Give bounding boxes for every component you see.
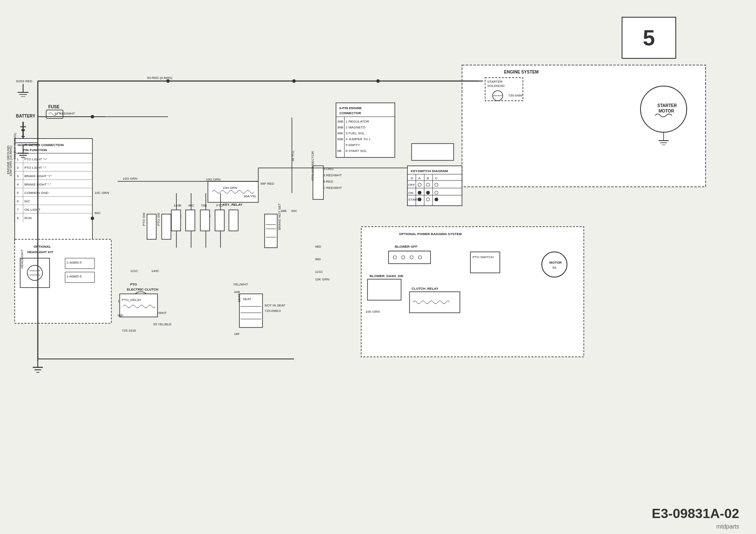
- svg-text:FUSE: FUSE: [48, 105, 60, 109]
- svg-text:97 RED/WHT: 97 RED/WHT: [55, 112, 75, 115]
- svg-text:2 MAGNETO: 2 MAGNETO: [346, 126, 365, 129]
- svg-text:131 BLK (8 AWG): 131 BLK (8 AWG): [13, 133, 17, 160]
- svg-point-170: [542, 252, 567, 277]
- svg-text:STARTER: STARTER: [487, 80, 503, 84]
- svg-text:38B: 38B: [281, 209, 286, 213]
- svg-text:121C: 121C: [130, 269, 138, 273]
- svg-text:6-PIN ENGINE: 6-PIN ENGINE: [339, 106, 362, 110]
- svg-text:1-40865-5: 1-40865-5: [66, 275, 82, 278]
- svg-text:40C: 40C: [188, 204, 194, 207]
- svg-text:PTO SW: PTO SW: [157, 212, 160, 226]
- svg-text:PTO: PTO: [130, 283, 137, 286]
- svg-text:1 REGULATOR: 1 REGULATOR: [346, 120, 369, 123]
- svg-rect-103: [412, 144, 454, 160]
- svg-text:ENGINE GROUND: ENGINE GROUND: [6, 145, 10, 174]
- wiring-diagram-svg: ENGINE SYSTEM STARTER SOLENOID 730-0469 …: [0, 0, 756, 534]
- svg-point-91: [426, 183, 430, 186]
- svg-text:OPTIONAL: OPTIONAL: [34, 245, 51, 249]
- svg-text:30C: 30C: [291, 209, 297, 213]
- svg-text:YEL/WHT: YEL/WHT: [233, 283, 248, 286]
- svg-text:SOLENOID: SOLENOID: [487, 84, 505, 88]
- svg-point-90: [418, 183, 421, 186]
- svg-text:PTO SWITCH: PTO SWITCH: [472, 255, 494, 259]
- svg-rect-115: [265, 214, 277, 248]
- page-number-box: 5: [622, 17, 676, 59]
- svg-text:PIN FUNCTION: PIN FUNCTION: [23, 148, 47, 152]
- svg-text:STARTER: STARTER: [657, 103, 677, 108]
- svg-rect-140: [120, 294, 158, 317]
- brand-text: mtdparts: [717, 523, 739, 530]
- svg-text:725-09813: 725-09813: [265, 309, 281, 313]
- svg-text:6 START SOL: 6 START SOL: [346, 149, 367, 153]
- svg-point-125: [27, 265, 42, 280]
- svg-text:7: 7: [17, 208, 19, 212]
- svg-point-92: [435, 183, 438, 186]
- svg-point-164: [418, 256, 422, 259]
- svg-text:10H GRN: 10H GRN: [223, 186, 237, 190]
- svg-point-161: [393, 256, 396, 259]
- svg-text:B: B: [427, 176, 429, 180]
- svg-text:BLOWER OFF: BLOWER OFF: [395, 245, 417, 249]
- svg-text:44B: 44B: [234, 290, 240, 294]
- svg-text:PTO_DELAY: PTO_DELAY: [122, 298, 142, 302]
- svg-text:SEAT: SEAT: [243, 297, 251, 301]
- svg-text:ELECTRIC CLUTCH: ELECTRIC CLUTCH: [127, 288, 158, 291]
- main-container: 5 ENGINE SYSTEM STARTER SOLENOID 730-046…: [0, 0, 756, 534]
- svg-text:8: 8: [17, 216, 19, 220]
- svg-text:CONNECTOR: CONNECTOR: [339, 111, 361, 115]
- svg-text:140C: 140C: [151, 269, 159, 273]
- svg-text:HEADLIGHT KIT: HEADLIGHT KIT: [27, 250, 53, 254]
- svg-text:38B: 38B: [337, 120, 343, 123]
- part-number-text: E3-09831A-02: [652, 506, 739, 521]
- svg-text:140B: 140B: [173, 204, 181, 207]
- svg-text:725-1616: 725-1616: [122, 329, 136, 332]
- svg-rect-218: [229, 210, 238, 231]
- svg-point-101: [426, 198, 430, 201]
- svg-text:30A YEL: 30A YEL: [244, 194, 257, 198]
- svg-text:D: D: [411, 176, 413, 180]
- svg-point-95: [418, 191, 421, 194]
- svg-text:OPTIONAL POWER BAGGING SYSTEM: OPTIONAL POWER BAGGING SYSTEM: [399, 232, 462, 236]
- svg-text:3: 3: [17, 174, 19, 178]
- svg-point-180: [91, 217, 94, 220]
- svg-text:55 YEL/BLK: 55 YEL/BLK: [153, 322, 172, 326]
- svg-text:KEY_RELAY: KEY_RELAY: [223, 203, 243, 207]
- svg-text:MOTOR: MOTOR: [549, 261, 562, 264]
- svg-text:PTO SW: PTO SW: [142, 212, 146, 226]
- svg-text:4 JUMPER TO 1: 4 JUMPER TO 1: [346, 137, 371, 141]
- svg-text:PTO CONNECTOR: PTO CONNECTOR: [311, 151, 315, 181]
- svg-text:6: 6: [17, 199, 19, 203]
- svg-point-100: [418, 198, 421, 201]
- svg-rect-214: [171, 210, 181, 231]
- svg-text:3 FUEL SOL: 3 FUEL SOL: [346, 131, 365, 135]
- svg-text:MOTOR: MOTOR: [659, 109, 675, 113]
- part-number: E3-09831A-02: [652, 506, 739, 521]
- svg-text:10G GRN: 10G GRN: [123, 177, 137, 181]
- svg-text:RUN: RUN: [24, 216, 32, 220]
- svg-rect-166: [368, 279, 401, 300]
- svg-text:6B: 6B: [337, 149, 341, 153]
- svg-rect-217: [215, 210, 224, 231]
- svg-text:98D: 98D: [315, 245, 321, 249]
- svg-text:C: C: [435, 176, 438, 180]
- svg-text:10K GRN: 10K GRN: [315, 277, 329, 281]
- svg-text:98K: 98K: [337, 131, 344, 135]
- svg-point-97: [435, 191, 438, 194]
- svg-text:90C: 90C: [94, 211, 101, 215]
- svg-text:PTO: PTO: [216, 204, 223, 207]
- svg-text:5A: 5A: [552, 266, 556, 270]
- svg-text:98B: 98B: [337, 126, 343, 129]
- svg-text:980: 980: [315, 257, 321, 261]
- svg-text:PTO LIGHT "-": PTO LIGHT "-": [24, 166, 47, 170]
- svg-rect-113: [162, 214, 171, 239]
- svg-text:BLOWER_DASH_SW: BLOWER_DASH_SW: [370, 274, 403, 278]
- svg-text:CLUTCH_RELAY: CLUTCH_RELAY: [412, 287, 438, 291]
- brand-name: mtdparts: [717, 523, 739, 530]
- svg-point-102: [435, 198, 438, 201]
- svg-text:COMMON GND: COMMON GND: [24, 191, 49, 195]
- svg-text:121C: 121C: [315, 270, 323, 274]
- svg-text:68B: 68B: [337, 137, 343, 141]
- svg-rect-168: [410, 292, 460, 313]
- svg-text:SEAT: SEAT: [237, 294, 241, 302]
- engine-system-label: ENGINE SYSTEM: [504, 70, 538, 74]
